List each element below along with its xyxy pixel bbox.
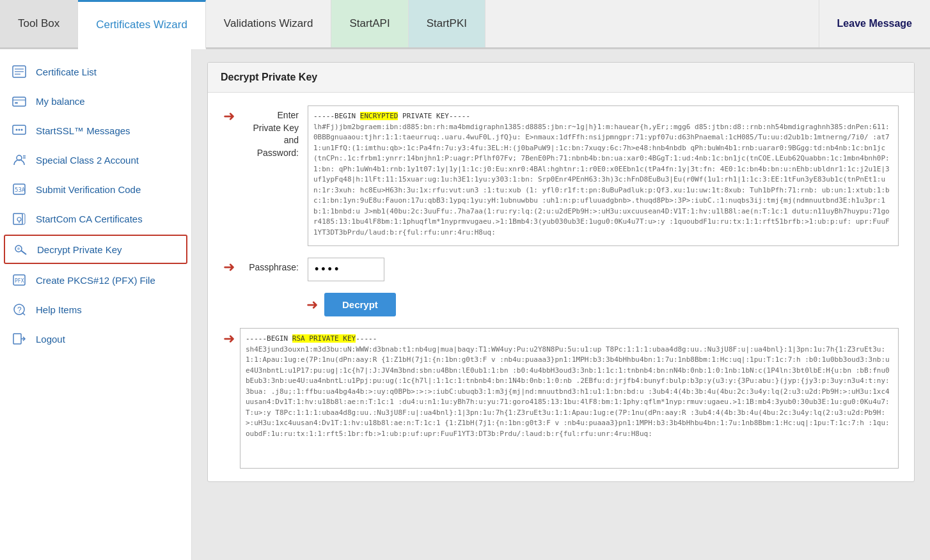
sidebar-item-my-balance[interactable]: My balance — [0, 86, 191, 116]
special-class-icon — [10, 152, 28, 167]
svg-point-8 — [16, 129, 18, 131]
passphrase-arrow: ➜ — [223, 260, 235, 274]
svg-rect-6 — [15, 102, 18, 104]
logout-icon — [10, 331, 28, 346]
passphrase-field — [308, 258, 384, 281]
startcom-ca-icon — [10, 211, 28, 226]
tab-bar: Tool Box Certificates Wizard Validations… — [0, 0, 930, 49]
svg-text:53A: 53A — [15, 187, 26, 193]
sidebar-item-startcom-ca[interactable]: StartCom CA Certificates — [0, 204, 191, 233]
decrypt-arrow: ➜ — [306, 297, 318, 313]
sidebar-item-help-items[interactable]: ? Help Items — [0, 295, 191, 324]
svg-text:?: ? — [17, 306, 22, 315]
decrypt-button-row: ➜ Decrypt — [223, 293, 899, 316]
private-key-field: -----BEGIN ENCRYPTED PRIVATE KEY----- lh… — [308, 105, 899, 246]
sidebar-item-submit-verification[interactable]: 53A Submit Verification Code — [0, 175, 191, 204]
sidebar-item-decrypt-private-key[interactable]: Decrypt Private Key — [4, 235, 187, 264]
svg-rect-5 — [13, 99, 26, 101]
create-pkcs12-icon: PFX — [10, 272, 28, 288]
svg-rect-4 — [13, 97, 26, 106]
sidebar-item-create-pkcs12[interactable]: PFX Create PKCS#12 (PFX) File — [0, 265, 191, 295]
sidebar-item-certificate-list[interactable]: Certificate List — [0, 57, 191, 86]
svg-point-10 — [21, 129, 23, 131]
tab-startpki[interactable]: StartPKI — [409, 0, 485, 47]
sidebar-item-logout[interactable]: Logout — [0, 324, 191, 354]
submit-verification-icon: 53A — [10, 182, 28, 197]
decrypt-key-icon — [12, 242, 29, 257]
private-key-arrow: ➜ — [223, 109, 235, 123]
svg-point-17 — [17, 217, 21, 221]
leave-message-button[interactable]: Leave Message — [819, 0, 930, 47]
svg-line-26 — [22, 313, 25, 315]
private-key-textarea[interactable]: -----BEGIN ENCRYPTED PRIVATE KEY----- lh… — [308, 105, 899, 246]
messages-icon — [10, 123, 28, 138]
tab-certificates[interactable]: Certificates Wizard — [78, 0, 206, 49]
main-layout: Certificate List My balance — [0, 49, 930, 560]
svg-line-20 — [21, 251, 26, 254]
svg-rect-27 — [13, 334, 21, 344]
tab-validations[interactable]: Validations Wizard — [206, 0, 332, 47]
certificate-list-icon — [10, 64, 28, 79]
result-textarea[interactable]: -----BEGIN RSA PRIVATE KEY----- sh4E3jun… — [240, 328, 899, 469]
passphrase-input[interactable] — [308, 258, 384, 281]
sidebar-item-special-class[interactable]: Special Class 2 Account — [0, 145, 191, 175]
content-box: Decrypt Private Key ➜ EnterPrivate Keyan… — [207, 62, 915, 482]
sidebar: Certificate List My balance — [0, 49, 192, 560]
help-items-icon: ? — [10, 302, 28, 317]
passphrase-label: Passphrase: — [237, 258, 308, 274]
svg-text:PFX: PFX — [15, 278, 24, 284]
content-inner: ➜ EnterPrivate KeyandPassword: -----BEGI… — [208, 93, 914, 481]
content-area: Decrypt Private Key ➜ EnterPrivate Keyan… — [192, 49, 930, 560]
svg-point-21 — [17, 247, 20, 250]
svg-point-9 — [19, 129, 20, 131]
content-title: Decrypt Private Key — [208, 63, 914, 93]
result-field: -----BEGIN RSA PRIVATE KEY----- sh4E3jun… — [240, 328, 899, 469]
result-row: ➜ -----BEGIN RSA PRIVATE KEY----- sh4E3j… — [223, 328, 899, 469]
tab-startapi[interactable]: StartAPI — [331, 0, 408, 47]
sidebar-item-messages[interactable]: StartSSL™ Messages — [0, 116, 191, 145]
private-key-row: ➜ EnterPrivate KeyandPassword: -----BEGI… — [223, 105, 899, 246]
decrypt-button[interactable]: Decrypt — [324, 293, 396, 316]
tab-toolbox[interactable]: Tool Box — [0, 0, 78, 47]
my-balance-icon — [10, 93, 28, 109]
private-key-label: EnterPrivate KeyandPassword: — [237, 105, 308, 159]
passphrase-row: ➜ Passphrase: — [223, 258, 899, 281]
result-arrow: ➜ — [223, 332, 235, 346]
tab-spacer — [485, 0, 819, 47]
